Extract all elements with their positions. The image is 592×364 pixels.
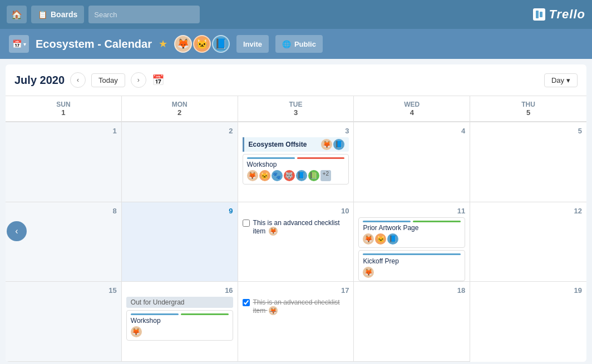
trello-logo-text: Trello <box>549 7 585 22</box>
checklist-avatar-17: 🦊 <box>269 306 278 315</box>
day-num-3: 3 <box>243 127 349 135</box>
kickoff-prep-title: Kickoff Prep <box>363 257 461 265</box>
calendar-icon[interactable]: 📅 <box>152 74 164 86</box>
boards-button[interactable]: 📋 Boards <box>31 6 84 23</box>
prev-month-button[interactable]: ‹ <box>70 72 86 88</box>
checklist-item-10: This is an advanced checklist item 🦊 <box>243 217 349 237</box>
workshop-title-16: Workshop <box>131 317 229 325</box>
day-header-tue: TUE3 <box>238 96 354 122</box>
public-label: Public <box>294 40 316 48</box>
home-button[interactable]: 🏠 <box>7 6 27 23</box>
cell-mon-16: 16 Out for Undergrad Workshop 🦊 <box>122 282 238 362</box>
cell-wed-18: 18 <box>354 282 470 362</box>
trello-logo-icon <box>533 8 545 21</box>
day-num-8: 8 <box>10 207 117 215</box>
checklist-checkbox-10[interactable] <box>243 220 250 227</box>
pa-avatar-1: 🦊 <box>363 233 374 245</box>
boards-label: Boards <box>51 10 77 19</box>
ev-avatar-6: 📗 <box>308 170 319 181</box>
cell-thu-12: 12 <box>470 202 586 282</box>
workshop-event-tue3[interactable]: Workshop 🦊 🐱 🐾 🐺 📘 📗 +2 <box>243 154 349 185</box>
day-num-19: 19 <box>475 286 582 295</box>
prior-artwork-event[interactable]: Prior Artwork Page 🦊 🐱 📘 <box>358 217 465 248</box>
day-headers-row: SUN1 MON2 TUE3 WED4 THU5 <box>6 96 586 122</box>
ev-avatar-3: 🐾 <box>272 170 283 181</box>
boards-icon: 📋 <box>38 10 47 19</box>
cell-mon-2: 2 <box>122 122 238 202</box>
bar-red <box>297 157 345 159</box>
board-view-toggle[interactable]: 📅▾ <box>9 35 29 53</box>
chevron-down-icon: ▾ <box>566 76 570 84</box>
back-button[interactable]: ‹ <box>7 221 27 241</box>
day-num-1: 1 <box>10 127 117 135</box>
search-input[interactable] <box>88 6 200 23</box>
invite-button[interactable]: Invite <box>236 35 269 53</box>
kp-avatar-1: 🦊 <box>363 267 374 278</box>
calendar-body: 1 2 3 Ecosystem Offsite 🦊 📘 Workshop <box>6 122 586 362</box>
prior-artwork-bars <box>363 221 461 222</box>
workshop-avatars-tue3: 🦊 🐱 🐾 🐺 📘 📗 +2 <box>247 170 345 181</box>
top-navigation: 🏠 📋 Boards Trello <box>0 0 592 29</box>
cell-thu-5: 5 <box>470 122 586 202</box>
board-title: Ecosystem - Calendar <box>36 38 152 51</box>
cell-sun-8: 8 <box>6 202 122 282</box>
pa-avatar-2: 🐱 <box>375 233 386 245</box>
today-button[interactable]: Today <box>91 73 125 87</box>
day-header-thu: THU5 <box>470 96 586 122</box>
day-header-wed: WED4 <box>354 96 470 122</box>
cell-wed-4: 4 <box>354 122 470 202</box>
workshop-badge: +2 <box>320 170 331 181</box>
w16-avatar-1: 🦊 <box>131 326 142 337</box>
kickoff-avatars: 🦊 <box>363 267 461 278</box>
cell-wed-11: 11 Prior Artwork Page 🦊 🐱 📘 Kickoff Prep <box>354 202 470 282</box>
kickoff-prep-event[interactable]: Kickoff Prep 🦊 <box>358 250 465 281</box>
pa-avatar-3: 📘 <box>387 233 398 245</box>
workshop-title-tue3: Workshop <box>247 161 345 168</box>
strip-avatars: 🦊 📘 <box>321 139 344 150</box>
out-for-undergrad-event[interactable]: Out for Undergrad <box>126 297 233 308</box>
workshop-event-mon16[interactable]: Workshop 🦊 <box>126 310 233 341</box>
day-num-18: 18 <box>358 286 465 295</box>
cell-tue-17: 17 This is an advanced checklist item 🦊 <box>238 282 354 362</box>
bar-blue-16 <box>131 313 179 315</box>
workshop-bars <box>247 157 345 159</box>
ecosystem-offsite-title: Ecosystem Offsite <box>249 141 307 148</box>
day-num-5: 5 <box>475 127 582 135</box>
cell-sun-15: 15 <box>6 282 122 362</box>
view-selector[interactable]: Day ▾ <box>544 73 578 87</box>
strip-avatar-2: 📘 <box>333 139 344 150</box>
day-num-16: 16 <box>126 286 233 295</box>
board-header: 📅▾ Ecosystem - Calendar ★ 🦊 🐱 📘 Invite 🌐… <box>0 29 592 59</box>
prior-artwork-title: Prior Artwork Page <box>363 224 461 232</box>
star-icon[interactable]: ★ <box>159 38 167 50</box>
public-button[interactable]: 🌐 Public <box>275 35 323 53</box>
checklist-checkbox-17[interactable] <box>243 299 250 306</box>
checklist-text-17: This is an advanced checklist item 🦊 <box>253 298 349 315</box>
prior-artwork-avatars: 🦊 🐱 📘 <box>363 233 461 245</box>
cell-mon-9: 9 <box>122 202 238 282</box>
ev-avatar-1: 🦊 <box>247 170 258 181</box>
bar-blue <box>247 157 295 159</box>
day-num-11: 11 <box>358 207 465 215</box>
workshop-avatars-16: 🦊 <box>131 326 229 337</box>
avatar-2: 🐱 <box>193 35 211 53</box>
strip-avatar-1: 🦊 <box>321 139 332 150</box>
day-num-12: 12 <box>475 207 582 215</box>
trello-logo: Trello <box>533 7 585 22</box>
day-header-mon: MON2 <box>122 96 238 122</box>
cell-tue-3: 3 Ecosystem Offsite 🦊 📘 Workshop 🦊 🐱 <box>238 122 354 202</box>
ev-avatar-4: 🐺 <box>284 170 295 181</box>
avatar-1: 🦊 <box>174 35 192 53</box>
bar-blue-pa <box>363 221 411 222</box>
bar-green-pa <box>413 221 461 222</box>
avatar-group: 🦊 🐱 📘 <box>174 35 230 53</box>
day-num-10: 10 <box>243 207 349 215</box>
next-month-button[interactable]: › <box>131 72 146 88</box>
ecosystem-offsite-event[interactable]: Ecosystem Offsite 🦊 📘 <box>243 137 349 152</box>
checklist-avatar-10: 🦊 <box>269 227 278 236</box>
globe-icon: 🌐 <box>282 40 291 48</box>
workshop-bars-16 <box>131 313 229 315</box>
kickoff-bar <box>363 253 461 255</box>
calendar-month-title: July 2020 <box>14 74 65 87</box>
calendar-container: ‹ July 2020 ‹ Today › 📅 Day ▾ SUN1 MON2 … <box>6 64 586 362</box>
